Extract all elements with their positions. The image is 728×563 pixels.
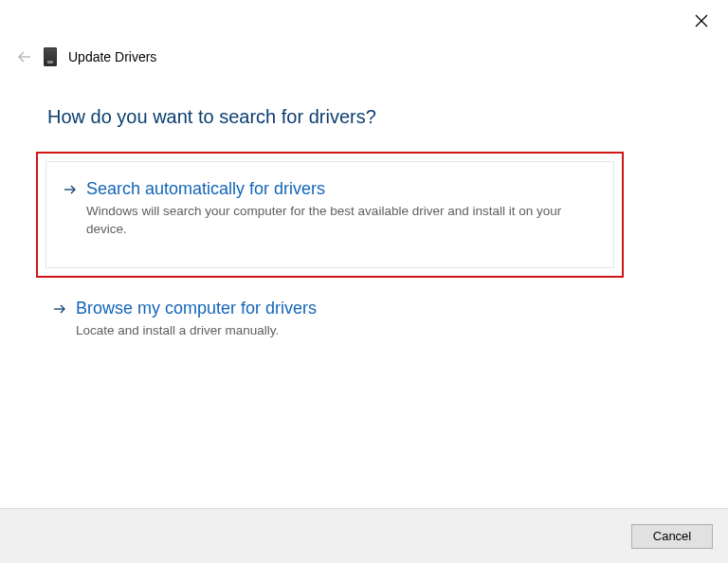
option-content: Search automatically for drivers Windows… — [86, 179, 596, 239]
window-title: Update Drivers — [68, 49, 156, 64]
option-title: Browse my computer for drivers — [76, 299, 607, 318]
options-container: Search automatically for drivers Windows… — [36, 152, 624, 357]
wizard-header: Update Drivers — [17, 47, 156, 66]
option-title: Search automatically for drivers — [86, 179, 596, 199]
option-browse-computer[interactable]: Browse my computer for drivers Locate an… — [36, 293, 624, 357]
close-button[interactable] — [692, 11, 711, 30]
arrow-right-icon — [53, 302, 66, 319]
highlight-frame: Search automatically for drivers Windows… — [36, 152, 624, 278]
device-icon — [44, 47, 57, 66]
back-button[interactable] — [17, 49, 32, 64]
option-search-automatically[interactable]: Search automatically for drivers Windows… — [46, 161, 614, 268]
close-icon — [695, 14, 708, 27]
back-arrow-icon — [17, 49, 32, 64]
cancel-button[interactable]: Cancel — [631, 524, 713, 549]
dialog-footer: Cancel — [0, 508, 728, 563]
arrow-right-icon — [64, 183, 77, 200]
option-description: Locate and install a driver manually. — [76, 322, 607, 340]
option-content: Browse my computer for drivers Locate an… — [76, 299, 607, 340]
page-heading: How do you want to search for drivers? — [47, 106, 376, 128]
option-description: Windows will search your computer for th… — [86, 203, 596, 239]
